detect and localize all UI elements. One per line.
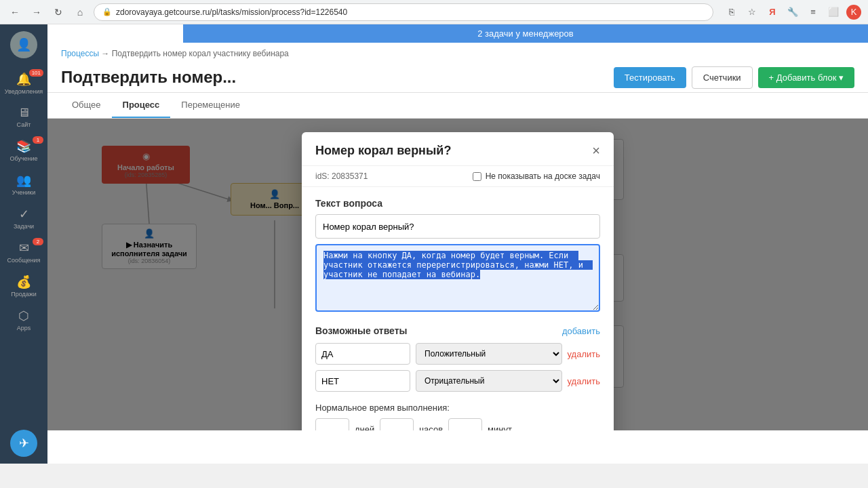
answers-section: Возможные ответы добавить Положительный … [315, 325, 600, 392]
test-button[interactable]: Тестировать [614, 67, 686, 88]
hours-unit: часов [419, 424, 443, 431]
page-title: Подтвердить номер... [61, 62, 236, 92]
url-text: zdorovayaya.getcourse.ru/pl/tasks/missio… [116, 7, 347, 17]
modal-dialog: Номер корал верный? × idS: 20835371 Не п… [302, 132, 614, 430]
students-icon: 👥 [16, 173, 31, 188]
sidebar-item-notifications[interactable]: 🔔 Уведомления 101 [0, 68, 47, 99]
back-button[interactable]: ← [7, 4, 23, 20]
modal-meta: idS: 20835371 Не показывать на доске зад… [302, 166, 614, 187]
add-block-button[interactable]: + Добавить блок ▾ [758, 67, 854, 88]
modal-title: Номер корал верный? [315, 144, 451, 158]
answer-input-2[interactable] [315, 370, 410, 392]
time-label: Нормальное время выполнения: [315, 403, 600, 413]
ext-icon-3[interactable]: ⬜ [826, 5, 841, 20]
tab-transfer[interactable]: Перемещение [170, 93, 251, 118]
notifications-badge: 101 [29, 69, 43, 77]
page-tabs: Общее Процесс Перемещение [47, 93, 868, 119]
modal-close-button[interactable]: × [592, 143, 600, 159]
sidebar-item-students[interactable]: 👥 Ученики [0, 169, 47, 200]
modal-overlay: Номер корал верный? × idS: 20835371 Не п… [47, 119, 868, 430]
time-row: дней часов минут [315, 418, 600, 430]
app-container: 👤 🔔 Уведомления 101 🖥 Сайт 📚 Обучение 1 … [0, 24, 868, 464]
tab-general[interactable]: Общее [61, 93, 112, 118]
answers-label: Возможные ответы [315, 325, 408, 336]
tab-process[interactable]: Процесс [112, 93, 171, 118]
messages-badge: 2 [33, 238, 43, 245]
hours-input[interactable] [380, 418, 414, 430]
lock-icon: 🔒 [102, 7, 112, 16]
sidebar-bottom: ✈ [10, 430, 37, 464]
answer-row-2: Положительный Отрицательный Нейтральный … [315, 370, 600, 392]
delete-answer-2[interactable]: удалить [568, 376, 600, 386]
tasks-icon: ✓ [19, 207, 29, 222]
breadcrumb-separator: → [101, 49, 111, 58]
site-icon: 🖥 [18, 106, 30, 120]
education-icon: 📚 [16, 139, 31, 154]
education-badge: 1 [33, 136, 43, 144]
header-actions: Тестировать Счетчики + Добавить блок ▾ [614, 66, 854, 89]
answer-type-select-1[interactable]: Положительный Отрицательный Нейтральный [416, 343, 562, 365]
page-header: Процессы → Подтвердить номер корал участ… [47, 43, 868, 93]
bookmark-icon[interactable]: ☆ [745, 5, 760, 20]
counters-button[interactable]: Счетчики [692, 66, 753, 89]
minutes-input[interactable] [448, 418, 482, 430]
time-section: Нормальное время выполнения: дней часов … [315, 403, 600, 430]
breadcrumb-current: Подтвердить номер корал участнику вебина… [112, 49, 289, 58]
modal-ids: idS: 20835371 [315, 171, 368, 181]
hint-textarea[interactable]: Нажми на кнопку ДА, когда номер будет ве… [315, 244, 600, 312]
extensions: ⎘ ☆ Я 🔧 ≡ ⬜ K [724, 5, 861, 20]
answer-input-1[interactable] [315, 343, 410, 365]
days-input[interactable] [315, 418, 349, 430]
modal-header: Номер корал верный? × [302, 132, 614, 166]
share-icon[interactable]: ⎘ [724, 5, 739, 20]
question-field-label: Текст вопроса [315, 198, 600, 209]
sidebar: 👤 🔔 Уведомления 101 🖥 Сайт 📚 Обучение 1 … [0, 24, 47, 464]
sales-icon: 💰 [16, 274, 31, 289]
telegram-button[interactable]: ✈ [10, 430, 37, 457]
add-answer-link[interactable]: добавить [562, 326, 600, 336]
no-show-checkbox[interactable] [473, 172, 481, 181]
ext-icon-4[interactable]: K [846, 5, 861, 20]
question-input[interactable] [315, 214, 600, 239]
modal-body: Текст вопроса Нажми на кнопку ДА, когда … [302, 187, 614, 430]
sidebar-item-sales[interactable]: 💰 Продажи [0, 270, 47, 302]
messages-icon: ✉ [19, 241, 29, 256]
managers-bar: 2 задачи у менеджеров [183, 24, 868, 43]
ext-y-icon[interactable]: Я [765, 5, 780, 20]
no-show-label[interactable]: Не показывать на доске задач [473, 171, 600, 181]
hint-wrapper: Нажми на кнопку ДА, когда номер будет ве… [315, 244, 600, 314]
answer-type-select-2[interactable]: Положительный Отрицательный Нейтральный [416, 370, 562, 392]
process-canvas: ◉ Начало работы (ids: 20835285) 👤 ▶ Назн… [47, 119, 868, 430]
address-bar[interactable]: 🔒 zdorovayaya.getcourse.ru/pl/tasks/miss… [94, 3, 713, 21]
breadcrumb: Процессы → Подтвердить номер корал участ… [61, 43, 854, 62]
ext-icon-1[interactable]: 🔧 [785, 5, 800, 20]
days-unit: дней [355, 424, 374, 431]
avatar: 👤 [10, 31, 37, 58]
breadcrumb-processes[interactable]: Процессы [61, 49, 99, 58]
sidebar-item-tasks[interactable]: ✓ Задачи [0, 203, 47, 234]
refresh-button[interactable]: ↻ [50, 4, 66, 20]
answer-row-1: Положительный Отрицательный Нейтральный … [315, 343, 600, 365]
sidebar-item-site[interactable]: 🖥 Сайт [0, 102, 47, 132]
main-content: 2 задачи у менеджеров Процессы → Подтвер… [47, 24, 868, 464]
delete-answer-1[interactable]: удалить [568, 349, 600, 359]
minutes-unit: минут [488, 424, 512, 431]
home-button[interactable]: ⌂ [72, 4, 88, 20]
browser-bar: ← → ↻ ⌂ 🔒 zdorovayaya.getcourse.ru/pl/ta… [0, 0, 868, 24]
sidebar-item-messages[interactable]: ✉ Сообщения 2 [0, 237, 47, 268]
apps-icon: ⬡ [18, 308, 29, 323]
answers-header: Возможные ответы добавить [315, 325, 600, 336]
ext-icon-2[interactable]: ≡ [806, 5, 821, 20]
forward-button[interactable]: → [28, 4, 45, 20]
sidebar-item-education[interactable]: 📚 Обучение 1 [0, 135, 47, 166]
page-title-row: Подтвердить номер... Тестировать Счетчик… [61, 62, 854, 92]
sidebar-item-apps[interactable]: ⬡ Apps [0, 304, 47, 336]
